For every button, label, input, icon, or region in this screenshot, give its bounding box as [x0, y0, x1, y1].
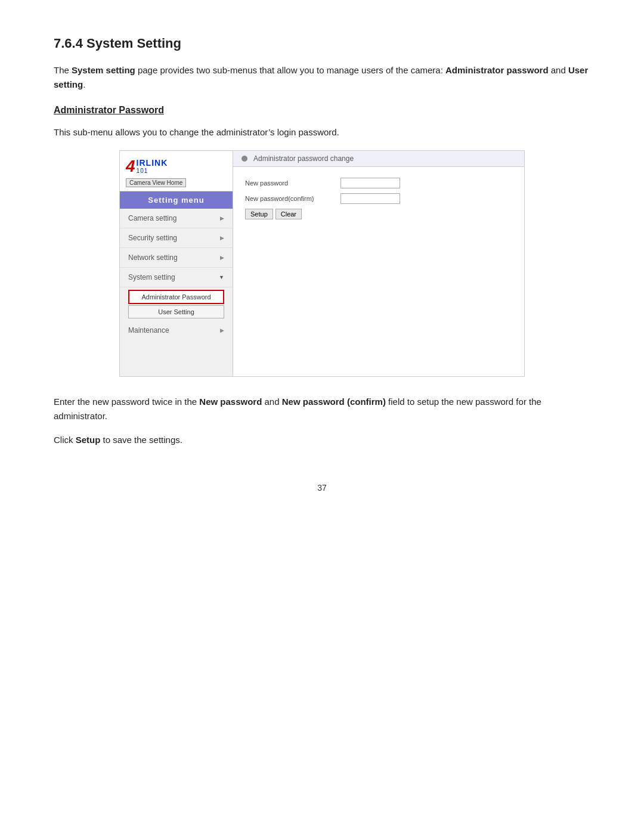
logo-irlink-top: IRLINK: [137, 159, 168, 168]
content-panel: Administrator password change New passwo…: [233, 151, 524, 376]
page-number: 37: [54, 483, 590, 493]
intro-bold-admin: Administrator password: [445, 65, 549, 75]
logo-irlink-bottom: 101: [137, 168, 168, 174]
ui-screenshot: 4 IRLINK 101 Camera View Home Setting me…: [119, 150, 525, 377]
logo-4-char: 4: [126, 158, 135, 175]
sub-menu-user-setting[interactable]: User Setting: [128, 305, 224, 318]
setup-button[interactable]: Setup: [245, 209, 273, 219]
setting-menu-header: Setting menu: [120, 191, 233, 209]
sub-menu-container: Administrator Password User Setting: [120, 287, 233, 321]
panel-header-text: Administrator password change: [253, 154, 354, 163]
admin-password-subtitle: Administrator Password: [54, 105, 590, 116]
footer-paragraph-1: Enter the new password twice in the New …: [54, 395, 590, 423]
security-arrow-icon: ▶: [220, 235, 224, 241]
new-password-input[interactable]: [340, 178, 400, 188]
logo-irlink: IRLINK 101: [137, 159, 168, 174]
intro-paragraph: The System setting page provides two sub…: [54, 63, 590, 92]
footer-bold-new-password: New password: [199, 397, 262, 407]
sidebar-item-security-label: Security setting: [128, 234, 177, 242]
sidebar-item-camera-label: Camera setting: [128, 214, 177, 222]
panel-header: Administrator password change: [233, 151, 524, 167]
confirm-password-input[interactable]: [340, 193, 400, 204]
new-password-row: New password: [245, 178, 512, 188]
clear-button[interactable]: Clear: [275, 209, 302, 219]
sub-menu-admin-password[interactable]: Administrator Password: [128, 290, 224, 304]
camera-arrow-icon: ▶: [220, 215, 224, 221]
intro-bold-system: System setting: [72, 65, 135, 75]
sidebar-item-security[interactable]: Security setting ▶: [120, 228, 233, 248]
sidebar: 4 IRLINK 101 Camera View Home Setting me…: [120, 151, 233, 376]
maintenance-label: Maintenance: [128, 326, 169, 335]
sidebar-item-system[interactable]: System setting ▼: [120, 268, 233, 287]
camera-view-home-button[interactable]: Camera View Home: [126, 178, 186, 187]
system-arrow-icon: ▼: [219, 274, 224, 280]
sub-description: This sub-menu allows you to change the a…: [54, 125, 590, 140]
footer-paragraph-2: Click Setup to save the settings.: [54, 433, 590, 447]
sidebar-bottom: Maintenance ▶: [120, 321, 233, 340]
panel-body: New password New password(confirm) Setup…: [233, 167, 524, 230]
confirm-password-row: New password(confirm): [245, 193, 512, 204]
logo-area: 4 IRLINK 101 Camera View Home: [120, 151, 233, 191]
footer-bold-confirm-password: New password (confirm): [282, 397, 386, 407]
sidebar-item-network[interactable]: Network setting ▶: [120, 248, 233, 268]
sidebar-item-system-label: System setting: [128, 273, 175, 281]
network-arrow-icon: ▶: [220, 255, 224, 261]
button-row: Setup Clear: [245, 209, 512, 219]
section-title: 7.6.4 System Setting: [54, 36, 590, 51]
sidebar-item-network-label: Network setting: [128, 253, 178, 262]
sidebar-item-maintenance[interactable]: Maintenance ▶: [120, 321, 233, 340]
maintenance-arrow-icon: ▶: [220, 327, 224, 333]
header-bullet-icon: [242, 156, 247, 162]
footer-bold-setup: Setup: [76, 435, 101, 445]
confirm-password-label: New password(confirm): [245, 195, 340, 202]
new-password-label: New password: [245, 179, 340, 187]
sidebar-item-camera[interactable]: Camera setting ▶: [120, 209, 233, 228]
logo: 4 IRLINK 101: [126, 158, 227, 175]
